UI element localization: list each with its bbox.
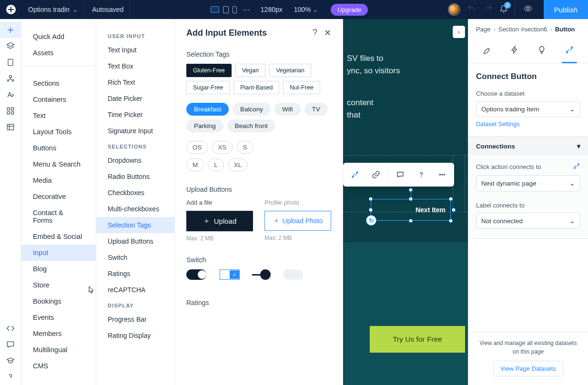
pill-tv[interactable]: TV: [304, 103, 328, 116]
rotate-handle-icon[interactable]: ↻: [366, 215, 376, 226]
rail-apps-button[interactable]: [0, 103, 21, 119]
rail-pages-button[interactable]: [0, 54, 21, 70]
close-icon[interactable]: ✕: [324, 28, 331, 38]
viewport-width[interactable]: 1280px: [261, 6, 283, 13]
subcat-ratings[interactable]: Ratings: [96, 266, 174, 282]
selected-button-element[interactable]: Next Item ↻: [371, 199, 451, 221]
toolbar-more-icon[interactable]: [432, 165, 452, 185]
wix-logo[interactable]: [0, 4, 21, 15]
rail-typography-button[interactable]: [0, 87, 21, 103]
switch-preset-2[interactable]: ✓: [220, 269, 240, 280]
preview-button[interactable]: [522, 3, 534, 16]
rail-add-button[interactable]: [0, 22, 21, 38]
switch-preset-4[interactable]: [283, 269, 303, 280]
category-layout-tools[interactable]: Layout Tools: [21, 124, 96, 140]
rail-learn-button[interactable]: [0, 353, 21, 369]
tag-vegan[interactable]: Vegan: [235, 64, 265, 77]
undo-button[interactable]: [465, 3, 477, 16]
tab-design-icon[interactable]: [479, 40, 495, 63]
breadcrumb-page[interactable]: Page: [476, 26, 490, 33]
category-containers[interactable]: Containers: [21, 91, 96, 108]
more-devices-button[interactable]: ⋯: [241, 5, 253, 14]
editor-canvas[interactable]: › SV files to ync, so visitors content t…: [343, 19, 468, 385]
pill-l[interactable]: L: [208, 158, 224, 171]
subcat-switch[interactable]: Switch: [96, 249, 174, 266]
connected-icon[interactable]: [573, 162, 580, 171]
diet-tags-preset[interactable]: Gluten-Free Vegan Vegetarian Sugar-Free …: [186, 64, 331, 94]
subcat-progress-bar[interactable]: Progress Bar: [96, 311, 174, 327]
redo-button[interactable]: [482, 3, 495, 16]
switch-preset-3[interactable]: [252, 269, 271, 280]
phone-device-icon[interactable]: [233, 6, 237, 13]
category-embed-social[interactable]: Embed & Social: [21, 228, 96, 245]
pill-balcony[interactable]: Balcony: [233, 103, 271, 116]
project-name-dropdown[interactable]: Options tradin ⌄: [21, 0, 85, 19]
click-action-select[interactable]: Next dynamic page ⌄: [476, 175, 580, 191]
category-bookings[interactable]: Bookings: [21, 293, 96, 309]
desktop-device-icon[interactable]: [211, 6, 219, 13]
tablet-device-icon[interactable]: [223, 6, 229, 13]
upload-photo-preset[interactable]: Profile photo ＋ Upload Photo Max: 2 MB: [264, 199, 331, 242]
help-icon[interactable]: ?: [313, 28, 317, 38]
subcat-dropdowns[interactable]: Dropdowns: [96, 152, 174, 168]
tab-animations-icon[interactable]: [507, 40, 522, 63]
category-blog[interactable]: Blog: [21, 261, 96, 277]
category-members[interactable]: Members: [21, 326, 96, 342]
pill-os[interactable]: OS: [186, 141, 208, 154]
subcat-recaptcha[interactable]: reCAPTCHA: [96, 282, 174, 298]
pill-parking[interactable]: Parking: [186, 119, 223, 132]
pill-xs[interactable]: XS: [212, 141, 233, 154]
tag-sugar-free[interactable]: Sugar-Free: [186, 81, 230, 94]
rail-help-button[interactable]: [0, 369, 21, 385]
breadcrumb-section[interactable]: Section #section6: [498, 26, 547, 33]
subcat-rich-text[interactable]: Rich Text: [96, 74, 174, 90]
upload-file-button[interactable]: ＋ Upload: [186, 211, 253, 231]
subcat-selection-tags[interactable]: Selection Tags: [96, 217, 174, 233]
amenity-tags-preset[interactable]: Breakfast Balcony Wifi TV Parking Beach …: [186, 103, 331, 132]
toolbar-comment-icon[interactable]: [390, 165, 410, 185]
view-page-datasets-button[interactable]: View Page Datasets: [493, 361, 563, 376]
pill-m[interactable]: M: [186, 158, 204, 171]
subcat-date-picker[interactable]: Date Picker: [96, 90, 174, 107]
pill-beach-front[interactable]: Beach front: [227, 119, 275, 132]
size-tags-preset[interactable]: OS XS S: [186, 141, 331, 154]
subcat-text-box[interactable]: Text Box: [96, 58, 174, 74]
tag-vegetarian[interactable]: Vegetarian: [269, 64, 311, 77]
category-cms[interactable]: CMS: [21, 358, 96, 374]
pill-xl[interactable]: XL: [228, 158, 248, 171]
toolbar-help-icon[interactable]: [411, 165, 431, 185]
category-multilingual[interactable]: Multilingual: [21, 342, 96, 358]
tab-ideas-icon[interactable]: [534, 40, 549, 63]
label-connects-select[interactable]: Not connected ⌄: [476, 213, 580, 229]
subcat-multi-checkboxes[interactable]: Multi-checkboxes: [96, 201, 174, 217]
rail-code-button[interactable]: [0, 320, 21, 336]
rail-layers-button[interactable]: [0, 38, 21, 54]
connections-accordion-header[interactable]: Connections▾: [468, 137, 588, 156]
category-events[interactable]: Events: [21, 309, 96, 326]
tab-connect-icon[interactable]: [562, 40, 577, 63]
pill-breakfast[interactable]: Breakfast: [186, 103, 229, 116]
subcat-time-picker[interactable]: Time Picker: [96, 107, 174, 123]
tag-nut-free[interactable]: Nut-Free: [283, 81, 320, 94]
toolbar-link-icon[interactable]: [366, 165, 386, 185]
subcat-checkboxes[interactable]: Checkboxes: [96, 185, 174, 201]
category-menu-search[interactable]: Menu & Search: [21, 156, 96, 172]
rail-comments-button[interactable]: [0, 336, 21, 353]
toolbar-connect-icon[interactable]: [345, 165, 365, 185]
category-buttons[interactable]: Buttons: [21, 140, 96, 156]
category-sections[interactable]: Sections: [21, 75, 96, 91]
notifications-button[interactable]: 2: [499, 5, 508, 15]
subcat-text-input[interactable]: Text Input: [96, 42, 174, 58]
category-input[interactable]: Input: [21, 245, 96, 261]
inspector-toggle-button[interactable]: ›: [453, 26, 465, 38]
subcat-radio-buttons[interactable]: Radio Buttons: [96, 168, 174, 185]
category-store[interactable]: Store: [21, 277, 96, 293]
zoom-level[interactable]: 100% ⌄: [294, 6, 319, 13]
pill-s[interactable]: S: [237, 141, 253, 154]
user-avatar[interactable]: [448, 3, 460, 16]
category-quick-add[interactable]: Quick Add: [21, 29, 96, 45]
rail-cms-button[interactable]: [0, 119, 21, 135]
subcat-rating-display[interactable]: Rating Display: [96, 327, 174, 344]
switch-preset-1[interactable]: [186, 269, 207, 280]
upload-file-preset[interactable]: Add a file ＋ Upload Max: 2 MB: [186, 199, 253, 242]
